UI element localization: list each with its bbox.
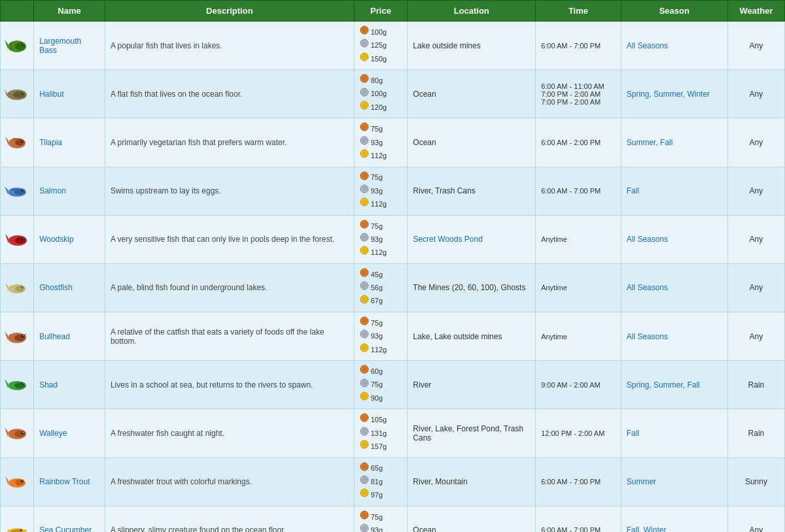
svg-point-67 [362,297,366,301]
fish-season-link[interactable]: Fall [627,429,639,438]
fish-season-link[interactable]: All Seasons [627,332,668,341]
fish-icon-cell [1,409,34,457]
fish-season-link[interactable]: Spring, Summer, Fall [627,380,700,390]
fish-location: River, Mountain [413,477,467,486]
fish-description: A flat fish that lives on the ocean floo… [111,90,242,99]
price-coin-icon [360,233,369,246]
fish-season-link[interactable]: All Seasons [627,283,668,292]
fish-time-cell: Anytime [536,312,621,361]
fish-location: Lake, Lake outside mines [413,332,502,341]
svg-point-45 [362,200,366,205]
fish-season-cell: All Seasons [621,215,727,263]
fish-location-link[interactable]: Secret Woods Pond [413,235,483,244]
table-row: SalmonSwims upstream to lay its eggs. 75… [1,167,785,215]
fish-description: A slippery, slimy creature found on the … [111,525,286,532]
header-description: Description [105,1,354,22]
fish-location-cell: River, Lake, Forest Pond, Trash Cans [408,409,536,457]
fish-season-link[interactable]: Summer, Fall [627,138,673,147]
fish-name-cell: Rainbow Trout [34,457,105,506]
fish-icon [5,244,29,253]
svg-point-121 [362,512,366,517]
price-coin-icon [360,25,369,39]
fish-season-link[interactable]: All Seasons [627,235,668,244]
fish-time-cell: 6:00 AM - 7:00 PM [536,22,621,70]
svg-point-33 [362,152,366,156]
fish-name-cell: Shad [34,361,105,409]
price-coin-icon [360,171,369,184]
fish-description: Swims upstream to lay its eggs. [111,186,221,195]
price-coin-icon [360,136,369,149]
fish-season-link[interactable]: Fall [627,186,639,195]
fish-price-cell: 80g 100g 120g [354,70,408,118]
price-value: 97g [371,489,383,501]
price-coin-icon [360,246,369,259]
price-coin-icon [360,343,369,356]
header-name-text: Name [34,1,105,22]
svg-point-85 [23,383,24,384]
fish-season-link[interactable]: All Seasons [627,41,668,50]
price-row: 93g [360,524,402,532]
fish-name-cell: Ghostfish [34,263,105,312]
price-row: 93g [360,233,402,246]
svg-marker-48 [5,234,9,244]
svg-point-80 [362,345,366,350]
fish-weather-cell: Any [727,167,784,215]
fish-season-cell: All Seasons [621,312,727,361]
table-header-row: Name Description Price Location Time Sea… [1,1,785,22]
header-location: Location [408,1,536,22]
fish-season-link[interactable]: Fall, Winter [627,525,667,532]
price-row: 93g [360,184,402,197]
table-row: WalleyeA freshwater fish caught at night… [1,409,785,457]
fish-season-cell: All Seasons [621,22,727,70]
table-row: Sea CucumberA slippery, slimy creature f… [1,506,785,532]
fish-location: River, Trash Cans [413,186,475,195]
fish-season-link[interactable]: Summer [627,477,656,486]
fish-icon [5,437,29,446]
fish-time-cell: 12:00 PM - 2:00 AM [536,409,621,457]
fish-season-cell: Summer, Fall [621,118,727,167]
price-coin-icon [360,329,369,342]
price-value: 75g [371,511,383,524]
fish-time-cell: 9:00 AM - 2:00 AM [536,361,621,409]
fish-description: A freshwater fish caught at night. [111,429,224,438]
price-coin-icon [360,391,369,405]
price-value: 67g [371,295,383,307]
svg-point-60 [21,286,24,288]
price-value: 93g [371,185,383,197]
fish-time: 6:00 AM - 7:00 PM [541,478,601,486]
fish-table: Name Description Price Location Time Sea… [0,0,785,532]
fish-description: A freshwater trout with colorful marking… [111,477,252,486]
fish-season-link[interactable]: Spring, Summer, Winter [627,90,710,99]
fish-time: 12:00 PM - 2:00 AM [541,429,604,437]
fish-time: 6:00 AM - 7:00 PM [541,526,601,532]
svg-point-65 [362,284,366,288]
fish-season-cell: Fall [621,409,727,457]
svg-point-56 [362,248,366,253]
svg-point-63 [362,270,366,274]
price-value: 75g [371,123,383,135]
fish-icon [5,341,29,350]
fish-weather: Any [750,525,763,532]
fish-price-cell: 75g 93g 112g [354,506,408,532]
fish-icon [5,50,29,59]
fish-time-cell: 6:00 AM - 7:00 PM [536,506,621,532]
price-row: 150g [360,52,402,65]
header-name [1,1,34,22]
svg-marker-94 [5,427,8,437]
fish-description-cell: A slippery, slimy creature found on the … [105,506,354,532]
fish-location: Ocean [413,90,436,99]
table-row: BullheadA relative of the catfish that e… [1,312,785,361]
fish-price-cell: 105g 131g 157g [354,409,408,457]
price-value: 75g [371,220,383,233]
price-value: 105g [371,414,387,426]
table-row: GhostfishA pale, blind fish found in und… [1,263,785,312]
fish-description-cell: A freshwater fish caught at night. [105,409,354,457]
fish-time-cell: 6:00 AM - 2:00 PM [536,118,621,167]
svg-point-98 [362,416,366,420]
fish-description-cell: A freshwater trout with colorful marking… [105,457,354,506]
svg-point-112 [362,477,366,482]
fish-weather: Any [750,90,763,99]
fish-description-cell: A flat fish that lives on the ocean floo… [105,70,354,118]
fish-location: The Mines (20, 60, 100), Ghosts [413,283,525,292]
price-value: 75g [371,378,383,391]
